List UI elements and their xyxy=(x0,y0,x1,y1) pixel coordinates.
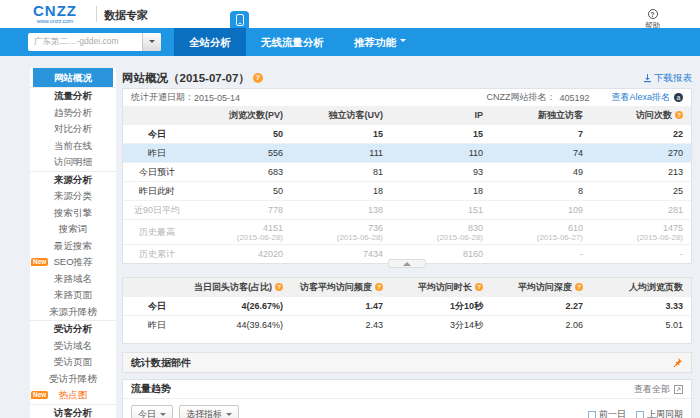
engagement-panel: 当日回头访客(占比)? 访客平均访问频度? 平均访问时长? 平均访问深度? 人均… xyxy=(122,277,692,344)
new-badge: New xyxy=(31,391,48,399)
help-question-icon[interactable]: ? xyxy=(575,283,583,291)
sidebar-item-referrer-domain[interactable]: 来路域名 xyxy=(30,271,116,288)
tab-wireless-traffic[interactable]: 无线流量分析 xyxy=(246,28,339,56)
sidebar: 网站概况 流量分析 趋势分析 对比分析 当前在线 访问明细 来源分析 来源分类 … xyxy=(30,68,116,418)
cnzz-rank-label: CNZZ网站排名： xyxy=(486,91,555,104)
tab-recommended-features[interactable]: 推荐功能 xyxy=(339,28,421,56)
sidebar-item-search-words[interactable]: 搜索词 xyxy=(30,221,116,238)
new-badge: New xyxy=(31,258,48,266)
metric-selector-dropdown[interactable]: 选择指标 xyxy=(179,405,239,418)
help-question-icon[interactable]: ? xyxy=(375,283,383,291)
checkbox-same-period-last-week[interactable]: 上周同期 xyxy=(636,408,683,418)
checkbox-icon xyxy=(588,411,596,418)
sidebar-item-compare-analysis[interactable]: 对比分析 xyxy=(30,121,116,138)
chevron-down-icon xyxy=(160,413,166,418)
sidebar-item-heatmap[interactable]: New 热点图 xyxy=(30,387,116,404)
divider xyxy=(96,6,97,22)
download-icon xyxy=(643,74,652,83)
table-row-yesterday-same-time: 昨日此时 5018 188 25 xyxy=(123,182,691,201)
table-row-yesterday[interactable]: 昨日 556111 11074 270 xyxy=(123,144,691,163)
table-row-yesterday: 昨日 44(39.64%)2.43 3分14秒2.06 5.01 xyxy=(123,316,691,335)
help-question-icon[interactable]: ? xyxy=(475,283,483,291)
table-row-today: 今日 5015 157 22 xyxy=(123,125,691,144)
main-content: 网站概况（2015-07-07） ? 下载报表 统计开通日期： 2015-05-… xyxy=(122,68,692,418)
nav-tabs: 全站分析 无线流量分析 推荐功能 xyxy=(174,28,421,56)
help-question-icon[interactable]: ? xyxy=(275,283,283,291)
chevron-down-icon xyxy=(226,413,232,418)
download-report-link[interactable]: 下载报表 xyxy=(643,72,692,85)
stats-widgets-bar: 统计数据部件 xyxy=(122,352,692,373)
brand-title: 数据专家 xyxy=(104,8,148,23)
sidebar-item-visit-details[interactable]: 访问明细 xyxy=(30,154,116,171)
traffic-trend-panel: 流量趋势 查看全部 今日 选择指标 前一日 xyxy=(122,379,692,418)
cnzz-logo[interactable]: CNZZ www.cnzz.com xyxy=(33,3,77,24)
table-header-row: 浏览次数(PV) 独立访客(UV) IP 新独立访客 访问次数? xyxy=(123,106,691,125)
chevron-down-icon[interactable] xyxy=(142,33,161,51)
sidebar-section-visited-analysis: 受访分析 xyxy=(30,320,116,338)
date-range-dropdown[interactable]: 今日 xyxy=(131,405,173,418)
cnzz-rank-value: 405192 xyxy=(559,93,589,103)
alexa-rank-link[interactable]: 查看Alexa排名 xyxy=(611,91,670,104)
sidebar-item-search-engine[interactable]: 搜索引擎 xyxy=(30,205,116,222)
help-question-icon[interactable]: ? xyxy=(675,111,683,119)
sidebar-section-traffic-analysis: 流量分析 xyxy=(30,87,116,105)
sidebar-section-source-analysis: 来源分析 xyxy=(30,171,116,189)
table-row-historical-max: 历史最高 4151(2015-06-28) 736(2015-06-28) 83… xyxy=(123,220,691,245)
sidebar-item-source-rank-change[interactable]: 来源升降榜 xyxy=(30,304,116,321)
pushpin-icon[interactable] xyxy=(672,357,683,368)
help-question-icon[interactable]: ? xyxy=(253,73,263,83)
view-all-link[interactable]: 查看全部 xyxy=(634,383,683,396)
sidebar-item-source-category[interactable]: 来源分类 xyxy=(30,188,116,205)
sidebar-item-referrer-page[interactable]: 来路页面 xyxy=(30,287,116,304)
table-header-row: 当日回头访客(占比)? 访客平均访问频度? 平均访问时长? 平均访问深度? 人均… xyxy=(123,278,691,297)
sidebar-item-seo-recommend[interactable]: New SEO推荐 xyxy=(30,254,116,271)
top-bar: CNZZ www.cnzz.com 数据专家 ? 帮助 xyxy=(0,0,700,28)
checkbox-previous-day[interactable]: 前一日 xyxy=(588,408,626,418)
mobile-phone-icon xyxy=(230,11,249,28)
chevron-down-icon xyxy=(400,39,406,45)
table-row-today-forecast: 今日预计 68381 9349 213 xyxy=(123,163,691,182)
sidebar-item-recent-search[interactable]: 最近搜索 xyxy=(30,238,116,255)
engagement-table: 当日回头访客(占比)? 访客平均访问频度? 平均访问时长? 平均访问深度? 人均… xyxy=(123,278,691,334)
trend-title: 流量趋势 xyxy=(131,382,171,396)
alexa-icon[interactable]: a xyxy=(674,93,683,102)
stats-open-date-value: 2015-05-14 xyxy=(194,93,240,103)
table-row-90day-average: 近90日平均 778138 151109 281 xyxy=(123,201,691,220)
nav-bar: 广东第二…-gddei.com 全站分析 无线流量分析 推荐功能 xyxy=(0,28,700,56)
stats-open-date-label: 统计开通日期： xyxy=(131,91,194,104)
checkbox-icon xyxy=(636,411,644,418)
help-button[interactable]: ? 帮助 xyxy=(645,3,660,30)
sidebar-item-visited-page[interactable]: 受访页面 xyxy=(30,354,116,371)
widgets-bar-title: 统计数据部件 xyxy=(131,356,191,370)
sidebar-item-current-online[interactable]: 当前在线 xyxy=(30,138,116,155)
sidebar-item-site-overview[interactable]: 网站概况 xyxy=(33,68,113,87)
site-selector-value: 广东第二…-gddei.com xyxy=(28,36,142,48)
sidebar-section-visitor-analysis: 访客分析 xyxy=(30,404,116,418)
overview-table: 浏览次数(PV) 独立访客(UV) IP 新独立访客 访问次数? 今日 5015… xyxy=(123,106,691,263)
sidebar-item-visited-rank-change[interactable]: 受访升降榜 xyxy=(30,371,116,388)
help-icon: ? xyxy=(648,9,658,19)
overview-panel: 统计开通日期： 2015-05-14 CNZZ网站排名： 405192 查看Al… xyxy=(122,88,692,264)
tab-full-site-analysis[interactable]: 全站分析 xyxy=(174,28,246,56)
site-selector-dropdown[interactable]: 广东第二…-gddei.com xyxy=(28,33,161,51)
sidebar-item-trend-analysis[interactable]: 趋势分析 xyxy=(30,105,116,122)
logo-text: CNZZ xyxy=(33,3,77,18)
page-title: 网站概况（2015-07-07） xyxy=(122,71,250,86)
logo-url: www.cnzz.com xyxy=(33,18,77,24)
expand-icon xyxy=(674,385,683,394)
collapse-table-button[interactable] xyxy=(388,259,426,268)
sidebar-item-visited-domain[interactable]: 受访域名 xyxy=(30,338,116,355)
table-row-today: 今日 4(26.67%)1.47 1分10秒2.27 3.33 xyxy=(123,297,691,316)
